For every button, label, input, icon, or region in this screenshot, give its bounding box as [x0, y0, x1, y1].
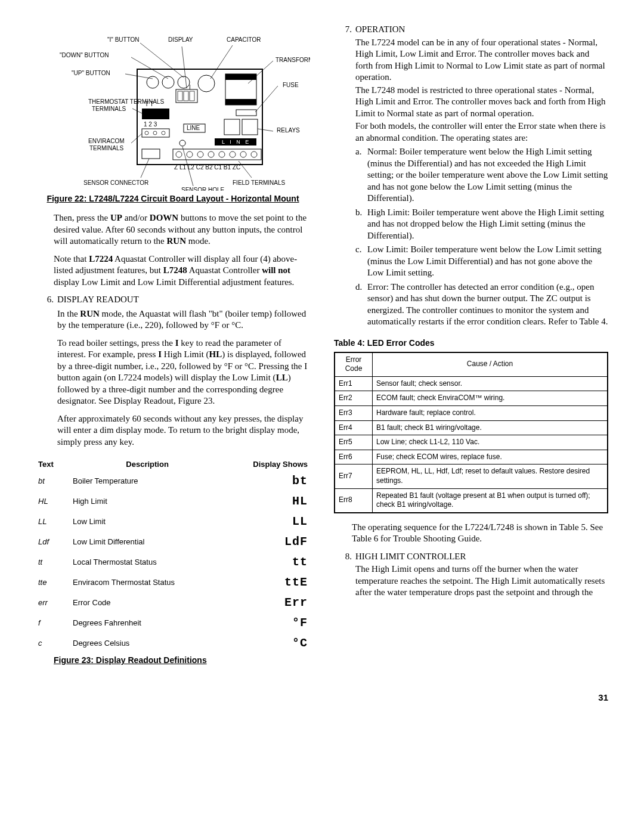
- readout-shows: LL: [224, 512, 310, 532]
- error-action: Fuse; check ECOM wires, replace fuse.: [373, 450, 608, 465]
- readout-row: LLLow LimitLL: [36, 512, 310, 532]
- table-4: Error Code Cause / Action Err1Sensor fau…: [334, 352, 608, 513]
- svg-text:FUSE: FUSE: [283, 82, 299, 88]
- svg-text:Z   L1  L2  C2  B2  C1  B1  ZC: Z L1 L2 C2 B2 C1 B1 ZC: [174, 164, 240, 171]
- readout-desc: High Limit: [70, 491, 224, 512]
- svg-point-31: [208, 151, 214, 157]
- paragraph-up-down: Then, press the UP and/or DOWN buttons t…: [54, 212, 310, 247]
- error-row: Err1Sensor fault; check sensor.: [335, 376, 608, 391]
- svg-point-29: [187, 151, 193, 157]
- readout-desc: Local Thermostat Status: [70, 552, 224, 572]
- readout-text: f: [36, 613, 70, 633]
- error-action: ECOM fault; check EnviraCOM™ wiring.: [373, 391, 608, 406]
- readout-text: bt: [36, 471, 70, 491]
- circuit-board-diagram: I T T: [36, 24, 310, 191]
- readout-shows: °F: [224, 613, 310, 633]
- svg-point-34: [240, 151, 246, 157]
- readout-shows: °C: [224, 633, 310, 654]
- paragraph-l7224-note: Note that L7224 Aquastat Controller will…: [54, 253, 310, 289]
- item-8: 8. HIGH LIMIT CONTROLLER The High Limit …: [334, 551, 608, 599]
- readout-row: errError CodeErr: [36, 593, 310, 613]
- right-column: 7. OPERATION The L7224 model can be in a…: [334, 24, 608, 674]
- item-7b: b. High Limit: Boiler temperature went a…: [355, 207, 608, 242]
- svg-point-35: [251, 151, 257, 157]
- item-7d: d. Error: The controller has detected an…: [355, 281, 608, 328]
- svg-rect-13: [236, 110, 256, 116]
- svg-text:THERMOSTAT TERMINALS: THERMOSTAT TERMINALS: [88, 98, 164, 105]
- readout-text: tt: [36, 552, 70, 572]
- error-action: Low Line; check L1-L2, 110 Vac.: [373, 435, 608, 450]
- readout-desc: Low Limit: [70, 512, 224, 532]
- readout-shows: tt: [224, 552, 310, 572]
- svg-rect-5: [190, 91, 194, 101]
- svg-rect-12: [225, 99, 256, 105]
- svg-line-47: [248, 61, 273, 83]
- svg-line-56: [258, 129, 273, 131]
- error-code: Err7: [335, 465, 373, 488]
- svg-text:TERMINALS: TERMINALS: [92, 106, 126, 112]
- readout-desc: Low Limit Differential: [70, 532, 224, 552]
- item-7-title: OPERATION: [355, 24, 608, 36]
- svg-rect-11: [225, 74, 256, 80]
- error-action: B1 fault; check B1 wiring/voltage.: [373, 420, 608, 435]
- error-row: Err3Hardware fault; replace control.: [335, 406, 608, 421]
- readout-desc: Degrees Celsius: [70, 633, 224, 654]
- svg-line-41: [182, 47, 187, 88]
- readout-desc: Boiler Temperature: [70, 471, 224, 491]
- svg-rect-14: [224, 119, 240, 135]
- table-4-title: Table 4: LED Error Codes: [334, 337, 608, 348]
- readout-desc: Enviracom Thermostat Status: [70, 572, 224, 593]
- svg-point-1: [198, 75, 215, 92]
- item-7a: a. Normal: Boiler temperature went below…: [355, 146, 608, 205]
- error-code: Err1: [335, 376, 373, 391]
- error-action: Sensor fault; check sensor.: [373, 376, 608, 391]
- readout-row: LdfLow Limit DifferentialLdF: [36, 532, 310, 552]
- item-8-title: HIGH LIMIT CONTROLLER: [355, 551, 608, 563]
- svg-text:FIELD TERMINALS: FIELD TERMINALS: [233, 179, 285, 186]
- error-row: Err2ECOM fault; check EnviraCOM™ wiring.: [335, 391, 608, 406]
- error-row: Err7EEPROM, HL, LL, Hdf, Ldf; reset to d…: [335, 465, 608, 488]
- svg-text:"UP" BUTTON: "UP" BUTTON: [72, 70, 110, 76]
- error-code: Err8: [335, 488, 373, 513]
- svg-point-38: [179, 140, 185, 146]
- svg-point-8: [178, 76, 190, 88]
- item-6: 6. DISPLAY READOUT In the RUN mode, the …: [36, 294, 310, 454]
- item-6-title: DISPLAY READOUT: [57, 294, 310, 306]
- item-7c: c. Low Limit: Boiler temperature went be…: [355, 244, 608, 279]
- svg-text:1   2   3: 1 2 3: [144, 121, 157, 128]
- svg-rect-16: [142, 109, 169, 119]
- svg-point-33: [230, 151, 236, 157]
- figure-22-caption: Figure 22: L7248/L7224 Circuit Board Lay…: [36, 193, 310, 204]
- item-7: 7. OPERATION The L7224 model can be in a…: [334, 24, 608, 330]
- svg-rect-27: [173, 149, 261, 160]
- col-description: Description: [70, 459, 224, 471]
- after-table4: The operating sequence for the L7224/L72…: [352, 522, 608, 545]
- readout-shows: bt: [224, 471, 310, 491]
- svg-text:RELAYS: RELAYS: [277, 127, 300, 134]
- svg-text:"I" BUTTON: "I" BUTTON: [107, 36, 140, 43]
- readout-row: cDegrees Celsius°C: [36, 633, 310, 654]
- two-column-layout: I T T: [36, 24, 608, 674]
- readout-row: btBoiler Temperaturebt: [36, 471, 310, 491]
- svg-text:LINE: LINE: [187, 125, 200, 131]
- col-display-shows: Display Shows: [224, 459, 310, 471]
- readout-text: c: [36, 633, 70, 654]
- readout-text: tte: [36, 572, 70, 593]
- figure-23-caption: Figure 23: Display Readout Definitions: [54, 655, 310, 665]
- page-number: 31: [36, 692, 608, 704]
- col-cause-action: Cause / Action: [373, 352, 608, 377]
- svg-rect-15: [242, 119, 258, 135]
- readout-text: LL: [36, 512, 70, 532]
- error-code: Err4: [335, 420, 373, 435]
- svg-text:DISPLAY: DISPLAY: [168, 36, 193, 43]
- readout-text: Ldf: [36, 532, 70, 552]
- svg-text:L I N E: L I N E: [222, 139, 250, 145]
- svg-text:TERMINALS: TERMINALS: [89, 145, 124, 151]
- svg-line-61: [239, 161, 252, 178]
- svg-point-28: [176, 151, 182, 157]
- readout-shows: LdF: [224, 532, 310, 552]
- error-action: Repeated B1 fault (voltage present at B1…: [373, 488, 608, 513]
- svg-text:SENSOR HOLE: SENSOR HOLE: [181, 187, 225, 191]
- error-action: Hardware fault; replace control.: [373, 406, 608, 421]
- svg-line-39: [140, 43, 184, 78]
